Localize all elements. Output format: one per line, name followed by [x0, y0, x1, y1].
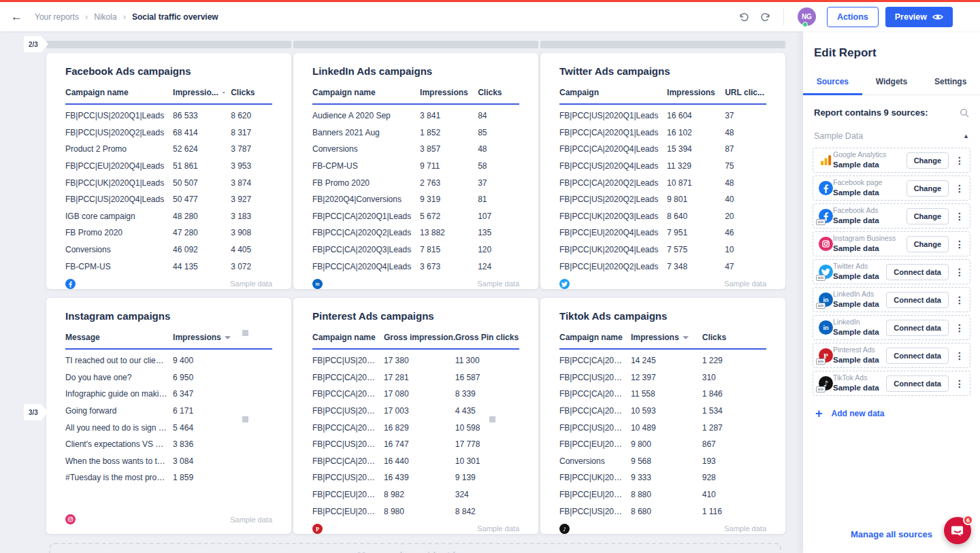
column-header[interactable]: URL clic...: [725, 88, 766, 97]
source-action-button[interactable]: Connect data: [886, 320, 949, 336]
kebab-menu-icon[interactable]: ⋮: [955, 379, 964, 388]
table-cell: 51 861: [173, 161, 231, 171]
ads-badge: ads: [816, 386, 826, 393]
search-icon[interactable]: [960, 108, 969, 118]
column-header[interactable]: Gross impression...: [384, 333, 455, 342]
widget-card[interactable]: LinkedIn Ads campaigns Campaign nameImpr…: [293, 53, 538, 289]
source-name: LinkedIn: [833, 318, 886, 327]
source-action-button[interactable]: Change: [906, 152, 949, 169]
widget-card[interactable]: Facebook Ads campaigns Campaign nameImpr…: [46, 53, 291, 289]
table-cell: 20: [725, 212, 766, 221]
column-header[interactable]: Impressions: [631, 333, 702, 342]
kebab-menu-icon[interactable]: ⋮: [955, 267, 964, 277]
table-row: FB|PCC|CA|2020...17 0808 339: [312, 386, 519, 403]
table-cell: IGB core campaign: [65, 212, 173, 221]
table-cell: FB|PCC|EU|2020Q4|Leads: [559, 228, 667, 237]
source-action-button[interactable]: Change: [906, 236, 949, 252]
resize-handle[interactable]: [489, 416, 495, 422]
kebab-menu-icon[interactable]: ⋮: [955, 351, 964, 361]
sort-icon[interactable]: [719, 91, 719, 95]
actions-button[interactable]: Actions: [827, 7, 879, 27]
column-header[interactable]: Clicks: [702, 333, 766, 342]
source-action-button[interactable]: Connect data: [886, 292, 949, 308]
table-row: FB|PCC|US|2020...12 397310: [559, 369, 766, 386]
column-header[interactable]: Campaign name: [312, 88, 420, 97]
add-new-data-button[interactable]: + Add new data: [815, 407, 968, 420]
chevron-right-icon: ›: [85, 12, 88, 22]
source-action-button[interactable]: Change: [906, 208, 949, 224]
source-item: ♪ads TikTok Ads Sample data Connect data…: [813, 371, 970, 396]
collapse-arrow-icon[interactable]: ▲: [963, 133, 969, 139]
sort-icon[interactable]: [683, 336, 689, 339]
table-cell: 410: [702, 490, 766, 499]
table-cell: 8 317: [231, 128, 272, 137]
table-cell: 8 620: [231, 111, 272, 120]
column-header[interactable]: Impressions: [420, 88, 478, 97]
page-marker-3of3[interactable]: 3/3: [24, 404, 48, 420]
tab-sources[interactable]: Sources: [803, 71, 862, 95]
widget-footer: in Sample data: [312, 275, 519, 289]
column-header[interactable]: Clicks: [231, 88, 272, 97]
column-header[interactable]: Campaign name: [312, 333, 384, 342]
source-action-button[interactable]: Connect data: [886, 348, 949, 364]
widget-title: Instagram campaigns: [65, 310, 272, 322]
column-header[interactable]: Clicks: [478, 88, 519, 97]
column-header[interactable]: Impressions: [667, 88, 725, 97]
table-cell: 10 593: [631, 406, 702, 416]
table-cell: 44 135: [173, 262, 231, 271]
kebab-menu-icon[interactable]: ⋮: [955, 184, 964, 193]
avatar[interactable]: NG: [798, 7, 816, 26]
column-header[interactable]: Campaign name: [559, 333, 631, 342]
kebab-menu-icon[interactable]: ⋮: [955, 323, 964, 333]
resize-handle[interactable]: [242, 330, 248, 336]
back-arrow-icon[interactable]: ←: [11, 10, 22, 24]
table-cell: 84: [478, 111, 519, 120]
source-action-button[interactable]: Connect data: [886, 264, 949, 280]
tab-settings[interactable]: Settings: [921, 71, 980, 95]
chat-launcher-button[interactable]: 6: [944, 517, 971, 544]
kebab-menu-icon[interactable]: ⋮: [955, 212, 964, 221]
table-cell: 10 598: [455, 423, 519, 433]
table-row: Infographic guide on making t...6 347: [65, 386, 272, 403]
table-row: TI reached out to our clients a...9 400: [65, 352, 272, 369]
tab-widgets[interactable]: Widgets: [862, 71, 921, 95]
column-header[interactable]: Impressions: [173, 333, 272, 342]
source-action-button[interactable]: Connect data: [886, 375, 949, 392]
undo-icon[interactable]: [738, 12, 750, 22]
preview-button[interactable]: Preview: [885, 7, 953, 27]
widget-card[interactable]: Pinterest Ads campaigns Campaign nameGro…: [293, 298, 538, 534]
sort-icon[interactable]: [222, 91, 225, 95]
page-marker-2of3[interactable]: 2/3: [24, 36, 48, 52]
widget-card[interactable]: Instagram campaigns MessageImpressions T…: [46, 298, 291, 534]
kebab-menu-icon[interactable]: ⋮: [955, 295, 964, 305]
column-header[interactable]: Message: [65, 333, 173, 342]
table-row: FB|PCC|CA|2020...14 2451 229: [559, 352, 766, 369]
table-cell: FB|PCC|EU|2020Q2|Leads: [559, 262, 667, 271]
column-header[interactable]: Impressio...: [173, 88, 231, 97]
source-action-button[interactable]: Change: [906, 180, 949, 197]
source-item: ads Twitter Ads Sample data Connect data…: [813, 259, 970, 284]
sample-data-group-header[interactable]: Sample Data ▲: [814, 131, 969, 141]
resize-handle[interactable]: [242, 416, 248, 422]
column-header[interactable]: Campaign name: [65, 88, 173, 97]
breadcrumb-folder[interactable]: Nikola: [94, 12, 116, 22]
table-cell: 48: [725, 128, 766, 137]
widget-card[interactable]: Twitter Ads campaigns CampaignImpression…: [540, 53, 785, 289]
column-header[interactable]: Campaign: [559, 88, 667, 97]
table-cell: FB|PCC|CA|2020Q1|Leads: [312, 212, 420, 221]
table-cell: 2 763: [420, 178, 478, 188]
column-label: Gross impression...: [384, 333, 455, 342]
breadcrumb-your-reports[interactable]: Your reports: [35, 12, 79, 22]
widget-card[interactable]: Tiktok Ads campaigns Campaign nameImpres…: [540, 298, 785, 534]
sort-icon[interactable]: [225, 336, 231, 339]
kebab-menu-icon[interactable]: ⋮: [955, 156, 964, 165]
kebab-menu-icon[interactable]: ⋮: [955, 239, 964, 249]
table-row: FB|PCC|US|2020Q4|Leads50 4773 927: [65, 191, 272, 208]
redo-icon[interactable]: [760, 12, 771, 22]
table-cell: FB|PCC|UK|2020Q3|Leads: [559, 212, 667, 221]
widget-dropzone[interactable]: Move or drag widget here: [49, 543, 781, 553]
column-header[interactable]: Gross Pin clicks: [455, 333, 519, 342]
table-cell: 10 301: [455, 456, 519, 466]
table-cell: FB|2020Q4|Conversions: [312, 195, 420, 204]
table-row: FB|PCC|US|2020Q2|Leads68 4148 317: [65, 124, 272, 141]
